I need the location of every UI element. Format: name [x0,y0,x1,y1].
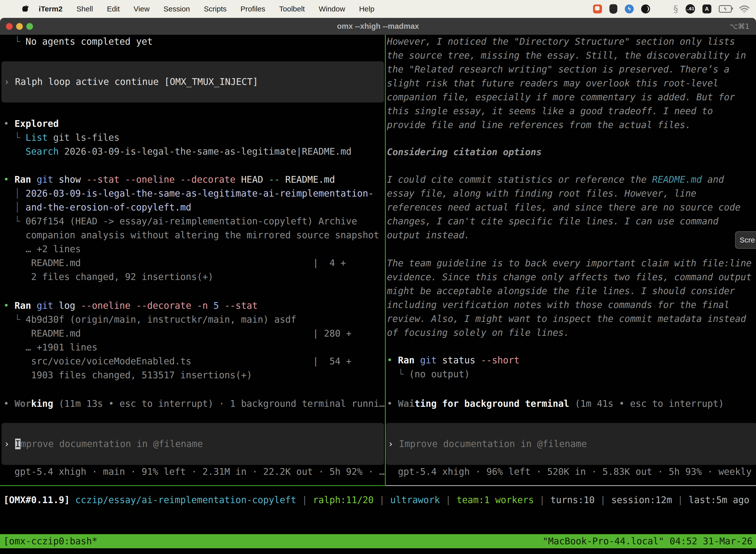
tmux-host-clock: "MacBook-Pro-44.local" 04:52 31-Mar-26 [543,535,756,548]
prompt-input-right[interactable]: › Improve documentation in @filename [386,423,756,465]
thinking-paragraph-3: The team guideline is to back every impo… [387,257,752,340]
omx-status-bar: [OMX#0.11.9] cczip/essay/ai-reimplementa… [3,493,749,507]
thinking-heading: Considering citation options [387,145,542,159]
blue-badge-icon[interactable]: ϟ [625,4,634,13]
pane-divider[interactable] [385,35,386,486]
menu-help[interactable]: Help [352,5,381,13]
menu-edit[interactable]: Edit [100,5,127,13]
window-shortcut-badge: ⌥⌘1 [730,22,750,31]
model-status-left: gpt-5.4 xhigh · main · 91% left · 2.31M … [3,465,385,479]
pane-bottom-border-right [386,485,756,486]
menu-window[interactable]: Window [312,5,352,13]
menu-scripts[interactable]: Scripts [197,5,234,13]
wifi-icon[interactable] [739,5,750,13]
apple-menu[interactable] [14,4,30,14]
pane-bottom-border-left [0,485,385,486]
terminal-content: └ No agents completed yet › Ralph loop a… [0,35,756,554]
window-title-bar: omx --xhigh --madmax ⌥⌘1 [0,18,756,35]
tmux-session-tab[interactable]: [omx-cczip0:bash* [0,535,98,548]
agents-status-line: └ No agents completed yet [3,35,152,49]
menu-items: iTerm2 Shell Edit View Session Scripts P… [0,4,381,14]
screen-overlay-button[interactable]: Scre [735,231,756,249]
git-show-block: • Ran git show --stat --oneline --decora… [3,173,379,284]
menu-iterm2[interactable]: iTerm2 [30,5,69,13]
menu-view[interactable]: View [127,5,156,13]
squiggle-icon[interactable]: § [674,3,678,14]
apple-logo [22,4,29,12]
prompt-input-left[interactable]: › Improve documentation in @filename [1,423,384,465]
ralph-loop-banner: › Ralph loop active continue [OMX_TMUX_I… [1,61,384,103]
menu-shell[interactable]: Shell [69,5,100,13]
screen-record-icon[interactable] [593,4,602,13]
tmux-status-bar: [omx-cczip0:bash* "MacBook-Pro-44.local"… [0,534,756,548]
explored-block: • Explored └ List git ls-files Search 20… [3,117,352,159]
window-title: omx --xhigh --madmax [0,22,756,31]
working-status-line: • Working (11m 13s • esc to interrupt) ·… [3,397,385,411]
menu-profiles[interactable]: Profiles [233,5,272,13]
status-icons: ϟ § ..61 A ϟ [593,3,756,14]
git-status-block: • Ran git status --short └ (no output) [387,353,520,381]
dots-grid-icon[interactable] [657,5,666,13]
dark-mode-moon-icon[interactable] [641,4,650,13]
battery-charging-icon[interactable]: ϟ [719,5,732,13]
menu-session[interactable]: Session [156,5,197,13]
menu-bar: iTerm2 Shell Edit View Session Scripts P… [0,0,756,18]
timer-61-icon[interactable]: ..61 [686,4,695,14]
waiting-status-line: • Waiting for background terminal (1m 41… [387,397,724,411]
git-log-block: • Ran git log --oneline --decorate -n 5 … [3,299,352,382]
thinking-paragraph-1: However, I noticed the "Directory Struct… [387,35,746,132]
thinking-paragraph-2: I could cite commit statistics or refere… [387,173,741,242]
a-badge-icon[interactable]: A [702,4,711,13]
keypad-shield-icon[interactable] [610,4,617,14]
model-status-right: gpt-5.4 xhigh · 96% left · 520K in · 5.8… [387,465,756,479]
menu-toolbelt[interactable]: Toolbelt [272,5,312,13]
